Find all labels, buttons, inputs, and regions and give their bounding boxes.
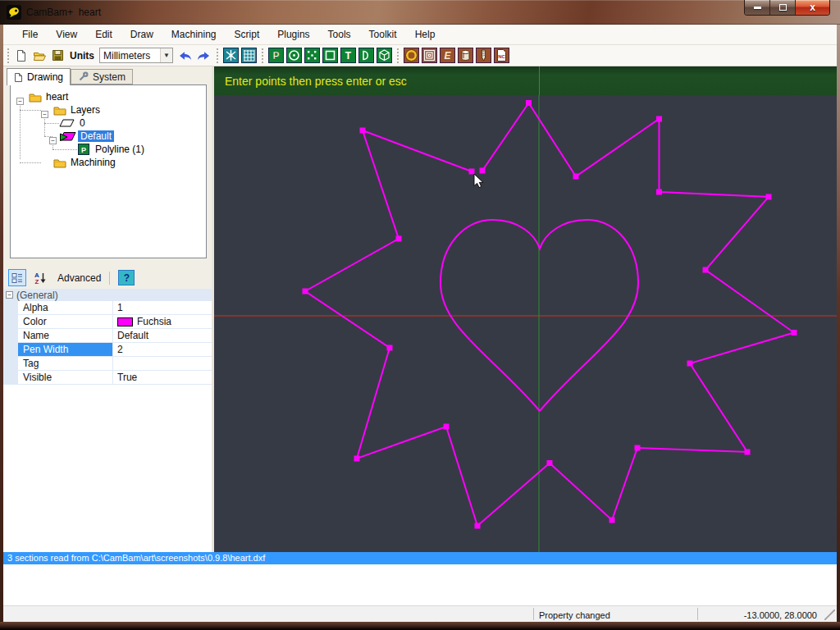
draw-circle-icon[interactable]: [285, 47, 303, 65]
tree-item-label[interactable]: Layers: [68, 104, 103, 116]
menu-file[interactable]: File: [13, 25, 47, 44]
gcode-file-icon[interactable]: NC: [492, 47, 510, 65]
tree-connector: [20, 110, 41, 111]
category-row[interactable]: − (General): [3, 289, 212, 301]
property-row-visible[interactable]: Visible True: [3, 371, 212, 385]
tree-item-label[interactable]: Machining: [68, 157, 118, 168]
advanced-button[interactable]: Advanced: [57, 272, 101, 284]
vertex-marker: [354, 456, 360, 462]
toolbar-gripper: [6, 48, 10, 63]
property-label[interactable]: Alpha: [18, 301, 113, 315]
draw-surface-icon[interactable]: [375, 47, 393, 65]
property-label-selected[interactable]: Pen Width: [18, 343, 113, 357]
draw-points-icon[interactable]: [303, 47, 321, 65]
vertex-marker: [480, 168, 486, 174]
status-bar: Property changed -13.0000, 28.0000: [3, 605, 837, 622]
draw-text-icon[interactable]: T: [339, 47, 357, 65]
menu-script[interactable]: Script: [226, 25, 269, 44]
menu-edit[interactable]: Edit: [86, 25, 121, 44]
redo-icon[interactable]: [194, 47, 212, 65]
resize-grip[interactable]: [824, 609, 835, 620]
property-label[interactable]: Tag: [18, 357, 113, 371]
property-row-alpha[interactable]: Alpha 1: [3, 301, 212, 315]
collapse-icon[interactable]: −: [6, 291, 13, 299]
folder-icon: [53, 158, 66, 168]
tree-item-label[interactable]: 0: [77, 117, 88, 129]
property-row-color[interactable]: Color Fuchsia: [3, 315, 212, 329]
tree-connector: [52, 149, 77, 150]
canvas-message: Enter points then press enter or esc: [225, 75, 407, 88]
machine-profile-icon[interactable]: [402, 47, 420, 65]
minimize-icon: [754, 7, 761, 9]
vertex-marker: [444, 424, 450, 430]
menu-draw[interactable]: Draw: [121, 25, 162, 44]
collapse-icon[interactable]: −: [41, 111, 48, 118]
tree-item-label[interactable]: Polyline (1): [93, 144, 147, 155]
az-sort-icon: AZ: [34, 272, 47, 284]
save-file-icon[interactable]: [48, 47, 66, 65]
menu-toolkit[interactable]: Toolkit: [360, 25, 406, 44]
tab-system-label: System: [93, 71, 126, 83]
grid-gutter: [3, 329, 18, 343]
tab-drawing[interactable]: Drawing: [7, 68, 71, 85]
window-border-right: [837, 25, 840, 630]
machine-engrave-icon[interactable]: E: [438, 47, 456, 65]
show-grid-icon[interactable]: [240, 47, 258, 65]
property-value[interactable]: 2: [113, 343, 212, 357]
menu-plugins[interactable]: Plugins: [268, 25, 318, 44]
color-name: Fuchsia: [137, 316, 171, 327]
tree-item-label[interactable]: Default: [78, 130, 114, 142]
menu-help[interactable]: Help: [406, 25, 445, 44]
minimize-button[interactable]: [745, 0, 770, 15]
property-value[interactable]: 1: [113, 301, 212, 315]
log-line-selected[interactable]: 3 sections read from C:\CamBam\art\scree…: [3, 552, 837, 564]
drawing-canvas[interactable]: Enter points then press enter or esc: [214, 66, 837, 552]
property-value[interactable]: Fuchsia: [113, 315, 212, 329]
property-row-name[interactable]: Name Default: [3, 329, 212, 343]
chevron-down-icon[interactable]: ▼: [160, 48, 172, 62]
tab-system[interactable]: System: [71, 69, 133, 84]
property-grid: − (General) Alpha 1 Color Fuchsia: [3, 289, 212, 552]
property-row-tag[interactable]: Tag: [3, 357, 212, 371]
property-label[interactable]: Color: [18, 315, 113, 329]
machine-drill-icon[interactable]: [474, 47, 492, 65]
property-value[interactable]: [113, 357, 212, 371]
draw-rectangle-icon[interactable]: [321, 47, 339, 65]
close-button[interactable]: x: [796, 0, 829, 15]
status-message-text: Property changed: [534, 608, 697, 620]
help-button[interactable]: ?: [118, 270, 135, 285]
gcode-glyph: NC: [498, 54, 505, 59]
show-axes-icon[interactable]: [221, 47, 240, 65]
units-label: Units: [70, 50, 94, 62]
property-value[interactable]: True: [113, 371, 212, 385]
collapse-icon[interactable]: −: [49, 137, 57, 144]
menu-view[interactable]: View: [47, 25, 86, 44]
draw-polyline-icon[interactable]: P: [267, 47, 285, 65]
categorized-view-button[interactable]: [8, 269, 26, 286]
property-label[interactable]: Name: [18, 329, 113, 343]
new-file-icon[interactable]: [12, 47, 30, 65]
title-bar[interactable]: CamBam+ heart x: [0, 0, 840, 25]
drawing-viewport[interactable]: [214, 95, 837, 552]
window-title: CamBam+ heart: [26, 7, 101, 18]
property-label[interactable]: Visible: [18, 371, 113, 385]
collapse-icon[interactable]: −: [16, 98, 24, 105]
maximize-button[interactable]: [770, 0, 796, 15]
machine-lathe-icon[interactable]: [456, 47, 474, 65]
status-coordinates: -13.0000, 28.0000: [697, 608, 822, 620]
undo-icon[interactable]: [176, 47, 194, 65]
units-select[interactable]: Millimeters ▼: [99, 48, 173, 63]
menu-tools[interactable]: Tools: [319, 25, 360, 44]
svg-text:P: P: [81, 146, 86, 154]
toolbar-gripper: [260, 48, 264, 63]
status-message: Property changed: [533, 608, 697, 620]
alphabetical-sort-button[interactable]: AZ: [31, 269, 49, 286]
machine-pocket-icon[interactable]: [420, 47, 438, 65]
tree-item-label[interactable]: heart: [43, 91, 71, 103]
open-file-icon[interactable]: [30, 47, 48, 65]
draw-arc-icon[interactable]: [357, 47, 375, 65]
property-value[interactable]: Default: [113, 329, 212, 343]
vertex-marker: [303, 289, 308, 294]
property-row-pen-width[interactable]: Pen Width 2: [3, 343, 212, 357]
menu-machining[interactable]: Machining: [162, 25, 226, 44]
